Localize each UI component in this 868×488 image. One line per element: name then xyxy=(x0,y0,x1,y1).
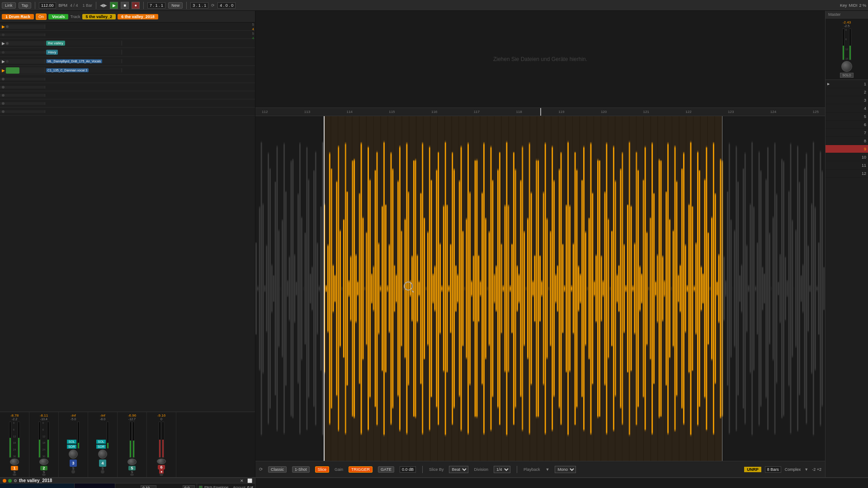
record-button[interactable]: ● xyxy=(132,2,140,9)
d-e5 xyxy=(2,110,5,113)
dbm-12: 12 xyxy=(13,435,16,438)
ch3-db2: -5.0 xyxy=(71,418,76,421)
master-knob[interactable] xyxy=(841,61,852,72)
complex-label[interactable]: Complex xyxy=(785,467,801,472)
separator2 xyxy=(96,2,96,9)
ch1-num: 1 xyxy=(11,466,18,470)
zoom-label: 2 % xyxy=(859,3,866,8)
on-button[interactable]: On xyxy=(36,14,47,20)
ch1-db: -8.78 xyxy=(10,413,19,418)
classic-btn[interactable]: Classic xyxy=(268,466,287,473)
unrp-btn[interactable]: UNRP xyxy=(744,467,761,472)
lane-play-1[interactable]: ▶ xyxy=(2,24,5,29)
clip-havy[interactable]: Havy xyxy=(46,50,58,55)
lane-empty-1 xyxy=(0,75,255,83)
clip-play-1[interactable]: ▶ xyxy=(2,41,5,46)
slice-btn[interactable]: Slice xyxy=(315,466,330,473)
master-label: Master xyxy=(826,11,868,19)
key-val[interactable]: 0.0 % xyxy=(183,485,195,488)
ch5-knob[interactable] xyxy=(127,459,137,465)
new-button[interactable]: New xyxy=(168,2,183,9)
ch6-meters xyxy=(159,422,164,458)
master-solo-btn[interactable]: SOLO xyxy=(840,73,853,78)
lane-left-c2 xyxy=(0,51,45,54)
lane-mid-c4: C1_135_C_Danman vocal 3 xyxy=(45,68,122,72)
ch4-meter xyxy=(107,422,109,449)
synth-expand[interactable]: ⬜ xyxy=(247,479,252,483)
clip-valley[interactable]: the valley xyxy=(46,41,65,46)
st-num-1: 1 xyxy=(831,82,866,86)
waveform-canvas[interactable]: // Generate background waveform - done v… xyxy=(255,116,825,461)
ch3-fill xyxy=(78,443,79,448)
lane-row-2 xyxy=(0,31,255,39)
ch2-knob[interactable] xyxy=(39,459,48,465)
lane-left-c1: ▶ xyxy=(0,41,45,46)
st-6: 6 xyxy=(826,121,868,129)
clip-play-4[interactable]: ▶ xyxy=(2,68,5,73)
ch1-meter-fill-l xyxy=(9,438,11,457)
synth-eq: 100 1k 10k Frequency Freq xyxy=(0,483,75,488)
ch3-area: SOL SOR xyxy=(67,422,80,449)
ch6-red-btn[interactable]: ● xyxy=(159,469,164,474)
bpm-label: BPM xyxy=(59,3,68,8)
clip-green-block[interactable] xyxy=(6,67,19,74)
ch4-dot xyxy=(101,470,104,474)
master-db1: -2.43 xyxy=(843,20,851,24)
ch4-knob[interactable] xyxy=(98,450,107,459)
stop-button[interactable]: ■ xyxy=(121,2,129,9)
oneshot-btn[interactable]: 1-Shot xyxy=(292,466,310,473)
division-select[interactable]: 1/4 xyxy=(494,466,510,473)
gain-val[interactable]: 0.0 dB xyxy=(400,466,416,473)
ch3-sol-btn[interactable]: SOL xyxy=(67,440,76,444)
lane-left-c4: ▶ xyxy=(0,67,45,74)
valley2018-label: 6 the valley_2018 xyxy=(118,14,158,19)
bpm-display[interactable]: 112.00 xyxy=(39,2,56,9)
amount-val[interactable]: 0 st xyxy=(247,485,253,488)
clip-danman[interactable]: C1_135_C_Danman vocal 3 xyxy=(46,68,89,72)
st-11: 11 xyxy=(826,161,868,169)
lane-empty-3 xyxy=(0,91,255,99)
position2-display: 3 . 1 . 1 xyxy=(190,2,208,9)
ch3-knob[interactable] xyxy=(69,450,78,459)
mixer: -8.78 -2.2 0 6 12 18 24 30 1 S xyxy=(0,412,255,477)
mixer-channel-4: -Inf -8.0 SOL SOR 4 S xyxy=(88,412,118,477)
st-num-7: 7 xyxy=(827,131,866,135)
clip-play-3[interactable]: ▶ xyxy=(2,59,5,64)
st-7: 7 xyxy=(826,129,868,137)
dbm2-30: 30 xyxy=(42,455,46,458)
st-play-1[interactable]: ▶ xyxy=(827,82,830,86)
gate-btn[interactable]: GATE xyxy=(378,466,394,473)
play-button[interactable]: ▶ xyxy=(110,2,118,9)
ch6-num: 6 xyxy=(158,465,165,469)
st-5: 5 xyxy=(826,113,868,121)
lane-dot-c3 xyxy=(6,60,9,63)
position-display[interactable]: 7 . 1 . 1 xyxy=(147,2,165,9)
ch3-sor-btn[interactable]: SOR xyxy=(67,445,76,449)
ch1-knob[interactable] xyxy=(10,459,19,465)
link-button[interactable]: Link xyxy=(2,2,16,9)
ch4-sor-btn[interactable]: SOR xyxy=(96,445,106,449)
sc-sep2 xyxy=(517,466,517,473)
ch4-sol-btn[interactable]: SOL xyxy=(96,440,106,444)
ch6-fill-l xyxy=(159,440,160,457)
sliceby-select[interactable]: Beat xyxy=(449,466,468,473)
ch6-knob[interactable] xyxy=(157,459,166,464)
clip-dannybyrd[interactable]: ML_DannyByrd_DnB_175_Air_Vocals xyxy=(46,59,102,63)
waveform-selection[interactable] xyxy=(324,116,722,461)
ch3-meter xyxy=(77,422,80,449)
mixer-channel-3: -Inf -5.0 SOL SOR 3 S xyxy=(59,412,88,477)
tap-button[interactable]: Tap xyxy=(19,2,32,9)
dbm-6: 6 xyxy=(13,428,16,431)
lane-dot-2 xyxy=(2,33,5,36)
ch3-s: S xyxy=(72,467,75,470)
playhead-ruler xyxy=(540,108,541,116)
synth-close[interactable]: ✕ xyxy=(240,479,244,483)
ch2-dot xyxy=(42,474,46,476)
lane-left-e1 xyxy=(0,78,45,80)
synth-panel: ⚙ the valley_2018 ✕ ⬜ 100 1k 10k xyxy=(0,478,255,488)
attack-val[interactable]: 0.10 ms xyxy=(141,485,156,488)
mono-select[interactable]: Mono xyxy=(555,466,576,473)
ln-4b: 4 xyxy=(252,36,254,40)
drag-hint-text: Ziehen Sie Dateien und Geräte hierhin. xyxy=(493,56,587,62)
trigger-btn[interactable]: TRIGGER xyxy=(349,466,373,473)
